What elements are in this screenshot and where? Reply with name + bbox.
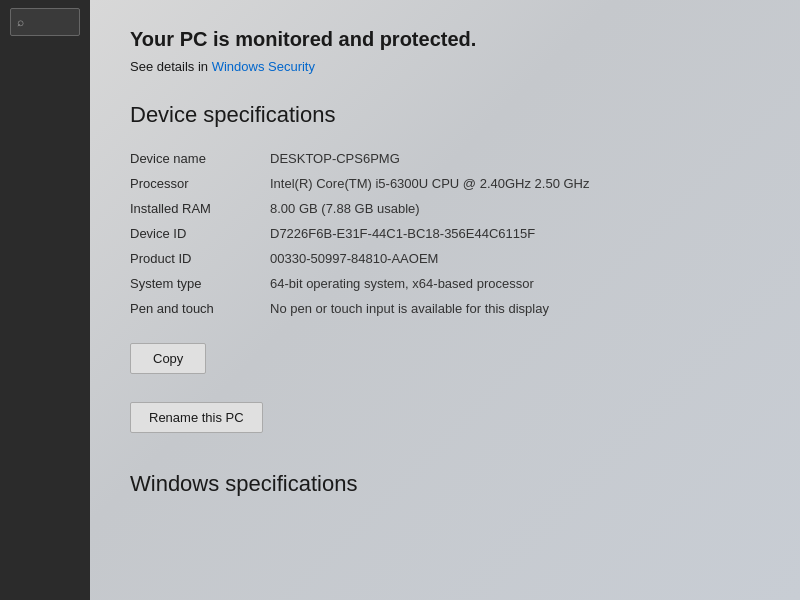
table-row: Pen and touchNo pen or touch input is av… <box>130 296 760 321</box>
table-row: Installed RAM8.00 GB (7.88 GB usable) <box>130 196 760 221</box>
button-row: Copy Rename this PC <box>130 343 760 461</box>
spec-label: Device ID <box>130 221 270 246</box>
rename-button[interactable]: Rename this PC <box>130 402 263 433</box>
spec-label: Installed RAM <box>130 196 270 221</box>
spec-label: Processor <box>130 171 270 196</box>
spec-value: Intel(R) Core(TM) i5-6300U CPU @ 2.40GHz… <box>270 171 760 196</box>
table-row: Device nameDESKTOP-CPS6PMG <box>130 146 760 171</box>
spec-value: 8.00 GB (7.88 GB usable) <box>270 196 760 221</box>
spec-value: DESKTOP-CPS6PMG <box>270 146 760 171</box>
table-row: Product ID00330-50997-84810-AAOEM <box>130 246 760 271</box>
spec-label: Device name <box>130 146 270 171</box>
search-box[interactable]: ⌕ <box>10 8 80 36</box>
windows-security-link[interactable]: Windows Security <box>212 59 315 74</box>
spec-value: D7226F6B-E31F-44C1-BC18-356E44C6115F <box>270 221 760 246</box>
table-row: System type64-bit operating system, x64-… <box>130 271 760 296</box>
spec-value: No pen or touch input is available for t… <box>270 296 760 321</box>
spec-label: Pen and touch <box>130 296 270 321</box>
windows-specs-title: Windows specifications <box>130 471 760 497</box>
copy-button[interactable]: Copy <box>130 343 206 374</box>
protection-status: Your PC is monitored and protected. <box>130 28 760 51</box>
sidebar: ⌕ <box>0 0 90 600</box>
specs-table: Device nameDESKTOP-CPS6PMGProcessorIntel… <box>130 146 760 321</box>
main-content: Your PC is monitored and protected. See … <box>90 0 800 600</box>
search-icon: ⌕ <box>17 15 24 29</box>
table-row: ProcessorIntel(R) Core(TM) i5-6300U CPU … <box>130 171 760 196</box>
spec-value: 00330-50997-84810-AAOEM <box>270 246 760 271</box>
security-link-container: See details in Windows Security <box>130 59 760 74</box>
spec-value: 64-bit operating system, x64-based proce… <box>270 271 760 296</box>
device-specs-title: Device specifications <box>130 102 760 128</box>
security-link-prefix: See details in <box>130 59 212 74</box>
table-row: Device IDD7226F6B-E31F-44C1-BC18-356E44C… <box>130 221 760 246</box>
spec-label: System type <box>130 271 270 296</box>
spec-label: Product ID <box>130 246 270 271</box>
